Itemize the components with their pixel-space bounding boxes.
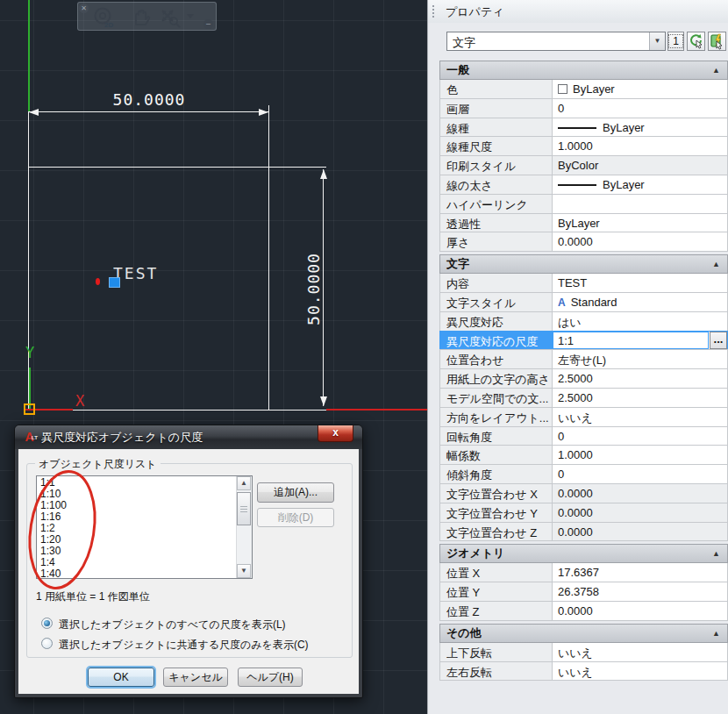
property-row[interactable]: モデル空間での文...2.5000 <box>439 388 728 408</box>
property-row[interactable]: 用紙上の文字の高さ2.5000 <box>439 368 728 389</box>
drag-grip-icon[interactable] <box>432 4 436 18</box>
property-row[interactable]: 位置 Z0.0000 <box>439 601 728 621</box>
radio-show-common-label[interactable]: 選択したオブジェクトに共通する尺度のみを表示(C) <box>59 638 309 653</box>
ellipsis-button[interactable]: ... <box>710 332 727 350</box>
scroll-down-icon[interactable]: ▼ <box>237 564 251 578</box>
property-row[interactable]: ハイパーリンク <box>439 194 728 214</box>
property-value[interactable]: 2.5000 <box>552 388 728 408</box>
scale-list-item[interactable]: 1:20 <box>40 534 236 546</box>
property-row[interactable]: 位置合わせ左寄せ(L) <box>439 349 728 369</box>
chevron-down-icon[interactable]: ▼ <box>649 32 665 50</box>
property-value[interactable]: 0 <box>552 464 728 484</box>
object-type-combobox[interactable]: 文字 ▼ <box>446 32 666 51</box>
scale-list-item[interactable]: 1:2 <box>40 523 236 534</box>
property-row[interactable]: 文字位置合わせ Z0.0000 <box>439 522 728 542</box>
scale-listbox[interactable]: 1:11:101:1001:161:21:201:301:41:40 ▲ ▼ <box>36 475 253 579</box>
navbar-collapse-icon[interactable]: – <box>203 19 213 29</box>
ok-button[interactable]: OK <box>88 668 154 687</box>
quick-select-button[interactable] <box>708 32 726 51</box>
dialog-close-button[interactable]: x <box>318 425 353 442</box>
property-value[interactable]: 0.0000 <box>552 601 728 621</box>
property-value[interactable]: ByLayer <box>552 175 728 195</box>
property-row[interactable]: 異尺度対応はい <box>439 311 728 332</box>
property-value[interactable]: 26.3758 <box>552 582 728 602</box>
property-row[interactable]: 回転角度0 <box>439 426 728 446</box>
property-value[interactable] <box>552 194 728 214</box>
property-row[interactable]: 幅係数1.0000 <box>439 445 728 465</box>
square-top-edge[interactable] <box>28 167 326 168</box>
scale-list-item[interactable]: 1:16 <box>40 511 236 523</box>
steering-wheel-2d-icon[interactable]: 2D <box>92 6 117 29</box>
property-row[interactable]: 異尺度対応の尺度1:1... <box>439 331 728 351</box>
property-value[interactable]: 1:1... <box>552 331 728 351</box>
scale-list-item[interactable]: 1:100 <box>40 500 236 511</box>
pan-hand-icon[interactable] <box>131 7 152 28</box>
property-row[interactable]: 方向をレイアウト...いいえ <box>439 407 728 427</box>
property-value[interactable]: 17.6367 <box>552 562 728 582</box>
property-row[interactable]: 文字位置合わせ Y0.0000 <box>439 503 728 523</box>
selection-count-button[interactable]: 1 <box>667 32 684 51</box>
property-row[interactable]: 内容TEST <box>439 273 728 293</box>
scale-list-item[interactable]: 1:1 <box>40 477 236 489</box>
navbar-close-icon[interactable]: ✕ <box>79 4 89 13</box>
property-row[interactable]: 色ByLayer <box>439 79 728 99</box>
radio-show-common-scales[interactable] <box>41 638 53 649</box>
section-header[interactable]: 一般▲ <box>439 61 728 80</box>
property-value[interactable]: 1.0000 <box>552 136 728 156</box>
section-header[interactable]: その他▲ <box>439 624 728 643</box>
property-value[interactable]: AStandard <box>552 292 728 312</box>
property-row[interactable]: 上下反転いいえ <box>439 642 728 662</box>
collapse-arrow-icon[interactable]: ▲ <box>712 545 720 562</box>
scale-list-item[interactable]: 1:10 <box>40 489 236 500</box>
add-button[interactable]: 追加(A)... <box>257 482 334 503</box>
property-row[interactable]: 位置 X17.6367 <box>439 562 728 582</box>
scale-list-item[interactable]: 1:30 <box>40 546 236 557</box>
property-value[interactable]: いいえ <box>552 407 728 427</box>
property-value[interactable]: 0.0000 <box>552 232 728 252</box>
property-value[interactable]: ByLayer <box>552 79 728 99</box>
zoom-extents-icon[interactable] <box>159 7 182 28</box>
dialog-titlebar[interactable]: ALT 異尺度対応オブジェクトの尺度 x <box>15 425 362 449</box>
property-row[interactable]: 線種尺度1.0000 <box>439 136 728 156</box>
scrollbar-thumb[interactable] <box>237 492 251 525</box>
dimension-line-vertical[interactable] <box>323 169 324 406</box>
property-row[interactable]: 左右反転いいえ <box>439 661 728 682</box>
selection-grip[interactable] <box>109 277 120 288</box>
property-value[interactable]: 0 <box>552 426 728 446</box>
property-value[interactable]: ByLayer <box>552 118 728 138</box>
dimension-text-vertical[interactable]: 50.0000 <box>304 250 323 329</box>
help-button[interactable]: ヘルプ(H) <box>238 668 303 687</box>
property-row[interactable]: 線種ByLayer <box>439 118 728 138</box>
property-value[interactable]: いいえ <box>552 661 728 682</box>
property-value[interactable]: TEST <box>552 273 728 293</box>
section-header[interactable]: ジオメトリ▲ <box>439 544 728 563</box>
property-value[interactable]: ByLayer <box>552 213 728 233</box>
property-row[interactable]: 透過性ByLayer <box>439 213 728 233</box>
property-row[interactable]: 印刷スタイルByColor <box>439 155 728 175</box>
dimension-text-horizontal[interactable]: 50.0000 <box>110 90 189 109</box>
list-scrollbar[interactable]: ▲ ▼ <box>236 476 252 578</box>
property-row[interactable]: 文字位置合わせ X0.0000 <box>439 483 728 503</box>
toggle-pickadd-button[interactable] <box>687 32 705 51</box>
square-right-edge-extension[interactable] <box>268 105 269 411</box>
collapse-arrow-icon[interactable]: ▲ <box>712 625 720 642</box>
square-left-edge[interactable] <box>28 111 29 411</box>
scale-list-item[interactable]: 1:4 <box>40 557 236 568</box>
scale-edit-field[interactable]: 1:1 <box>553 332 709 350</box>
radio-show-all-scales[interactable] <box>41 618 53 629</box>
radio-show-all-label[interactable]: 選択したオブジェクトのすべての尺度を表示(L) <box>59 618 286 632</box>
property-row[interactable]: 線の太さByLayer <box>439 175 728 195</box>
collapse-arrow-icon[interactable]: ▲ <box>712 61 720 79</box>
palette-titlebar[interactable]: プロパティ <box>428 0 728 23</box>
zoom-dropdown-caret[interactable] <box>187 14 194 18</box>
property-row[interactable]: 文字スタイルAStandard <box>439 292 728 312</box>
property-value[interactable]: 0 <box>552 98 728 118</box>
navigation-bar[interactable]: ✕ 2D – <box>77 2 217 31</box>
property-value[interactable]: 2.5000 <box>552 368 728 389</box>
property-value[interactable]: 1.0000 <box>552 445 728 465</box>
property-row[interactable]: 傾斜角度0 <box>439 464 728 484</box>
scale-list-item[interactable]: 1:40 <box>40 568 236 577</box>
cancel-button[interactable]: キャンセル <box>163 668 228 687</box>
section-header[interactable]: 文字▲ <box>439 254 728 274</box>
collapse-arrow-icon[interactable]: ▲ <box>712 255 720 273</box>
